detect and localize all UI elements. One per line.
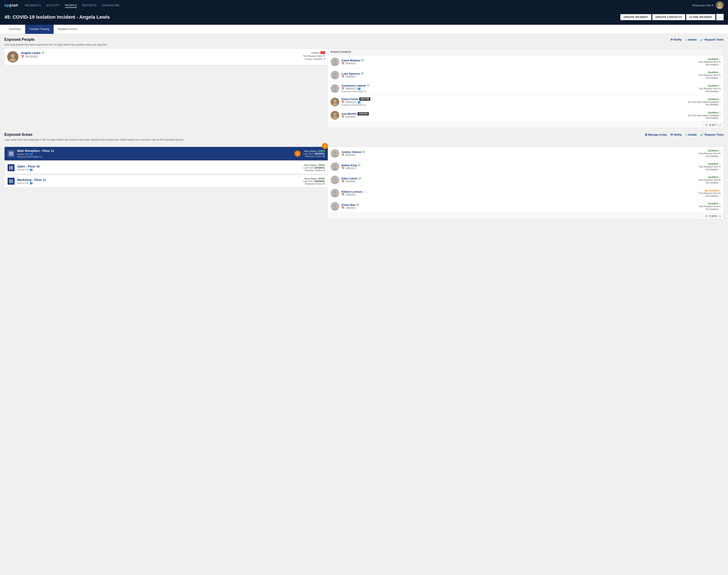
elena-name: Elena Fonda VISITOR <box>341 97 686 101</box>
area-main-reception[interactable]: Main Reception - Floor 11 Appian HQ 👥 Ex… <box>4 147 328 161</box>
page-header: 45: COVID-19 Isolation Incident - Angela… <box>0 10 728 25</box>
test-request-label: Test Request Sent <box>303 55 322 57</box>
tab-summary[interactable]: Summary <box>4 25 25 34</box>
khloe-name: Khloe Max 🛡 <box>341 203 697 207</box>
ava-avatar <box>331 111 339 120</box>
top-navigation: appian INCIDENTS ACTIVITY PEOPLE REPORTS… <box>0 0 728 10</box>
isolated-label: Isolated <box>311 52 320 54</box>
svg-point-5 <box>333 63 337 65</box>
notify-people-link[interactable]: ✉ Notify <box>670 38 682 41</box>
exposed-areas-actions: ⊞ Manage Areas ✉ Notify ⌂ Isolate 🧪 Requ… <box>645 133 724 136</box>
svg-point-4 <box>333 60 336 63</box>
request-tests-areas-link[interactable]: 🧪 Request Tests <box>700 133 724 136</box>
notify-areas-link[interactable]: ✉ Notify <box>670 133 682 136</box>
elena-date: 📅 10/6/2021 | 👥 <box>341 101 686 103</box>
area-icon-main-reception <box>8 150 14 157</box>
visitor-bailey[interactable]: Bailey King 🛡 📅 10/6/2021 Qualified ✓ Te… <box>328 160 723 173</box>
nav-configure[interactable]: CONFIGURE <box>102 3 120 8</box>
tab-related-actions[interactable]: Related Actions <box>54 25 82 34</box>
main-reception-status: Area Status: OPEN Last Visit: 10/6/2021 … <box>303 150 325 158</box>
nav-links: INCIDENTS ACTIVITY PEOPLE REPORTS CONFIG… <box>25 3 692 8</box>
last-page-visitors[interactable]: » <box>719 214 721 217</box>
home-icon: ⌂ <box>685 38 687 41</box>
bailey-status: Qualified ✓ Test Request Sent ↻ Not Noti… <box>699 163 721 171</box>
angela-date: 📅 10/12/2021 <box>21 55 325 58</box>
next-page-contacts[interactable]: › <box>718 124 719 127</box>
update-incident-button[interactable]: UPDATE INCIDENT <box>620 14 651 20</box>
andres-name: Andres Gideon 🛡 <box>341 150 697 154</box>
primary-person-panel: Angela Lewis 🛡 📅 10/12/2021 Isolated 🔴 <box>4 48 328 128</box>
andres-shield-icon: 🛡 <box>362 150 365 154</box>
exposed-areas-layout: Main Reception - Floor 11 Appian HQ 👥 Ex… <box>4 147 724 219</box>
prev-page-visitors[interactable]: ‹ <box>703 214 704 217</box>
test-tube-icon: 🧪 <box>700 38 704 41</box>
prev-page-contacts[interactable]: ‹ <box>703 124 704 127</box>
elliana-avatar <box>331 189 339 198</box>
tabs-bar: Summary Contact Tracing Related Actions <box>0 25 728 34</box>
nav-reports[interactable]: REPORTS <box>82 3 96 8</box>
svg-point-34 <box>333 181 337 183</box>
elliana-name: Elliana Lorenzo ◯ <box>341 190 697 193</box>
area-sales-floor10[interactable]: Sales - Floor 10 Appian HQ 👥 Area Status… <box>4 162 328 174</box>
svg-point-8 <box>333 86 336 89</box>
envelope-areas-icon: ✉ <box>670 133 673 136</box>
nav-incidents[interactable]: INCIDENTS <box>25 3 41 8</box>
exposed-areas-subtitle: Lists areas that were exposed in the 14 … <box>4 138 724 141</box>
exposed-people-title: Exposed People <box>4 37 34 42</box>
luka-info: Luka Spencer 🛡 📅 10/6/2021 <box>341 72 697 78</box>
area-marketing-floor11[interactable]: Marketing - Floor 11 Appian HQ 👥 Area St… <box>4 175 328 188</box>
visitor-khloe[interactable]: Khloe Max 🛡 📅 10/6/2021 Qualified ✓ Test… <box>328 200 723 213</box>
page-title: 45: COVID-19 Isolation Incident - Angela… <box>4 14 110 20</box>
sync-icon: ↻ <box>323 55 325 57</box>
angela-lewis-card[interactable]: Angela Lewis 🛡 📅 10/12/2021 Isolated 🔴 <box>4 48 328 65</box>
main-content: Exposed People ✉ Notify ⌂ Isolate 🧪 Requ… <box>0 34 728 227</box>
exposed-people-layout: Angela Lewis 🛡 📅 10/12/2021 Isolated 🔴 <box>4 48 724 128</box>
kaleb-status: Qualified ✓ Test Request Sent ↻ Not Noti… <box>699 58 721 66</box>
more-options-button[interactable]: ··· <box>716 14 724 21</box>
ava-name: Ava Morillo VISITOR <box>341 112 686 115</box>
contact-kaleb[interactable]: Kaleb Malakai 🛡 📅 10/8/2021 Qualified ✓ … <box>328 55 723 69</box>
visitor-andres[interactable]: Andres Gideon 🛡 📅 10/6/2021 Qualified ✓ … <box>328 147 723 160</box>
request-tests-people-link[interactable]: 🧪 Request Tests <box>700 38 724 41</box>
visitor-elliana[interactable]: Elliana Lorenzo ◯ 📅 10/6/2021 Not Qualif… <box>328 187 723 200</box>
nav-people[interactable]: PEOPLE <box>65 3 77 8</box>
visitor-eden[interactable]: Eden Calvin 🛡 📅 10/6/2021 Qualified ✓ Te… <box>328 173 723 187</box>
svg-point-7 <box>333 76 337 78</box>
isolate-areas-link[interactable]: ⌂ Isolate <box>685 133 697 136</box>
update-contacts-button[interactable]: UPDATE CONTACTS <box>652 14 685 20</box>
isolate-people-link[interactable]: ⌂ Isolate <box>685 38 697 41</box>
main-reception-name: Main Reception - Floor 11 <box>17 149 292 153</box>
manage-areas-link[interactable]: ⊞ Manage Areas <box>645 133 667 136</box>
khloe-shield-icon: 🛡 <box>356 204 359 207</box>
eden-shield-icon: 🛡 <box>359 177 361 180</box>
close-incident-button[interactable]: CLOSE INCIDENT <box>686 14 716 20</box>
luka-date: 📅 10/6/2021 <box>341 75 697 78</box>
eden-info: Eden Calvin 🛡 📅 10/6/2021 <box>341 177 697 183</box>
shield-green-icon: 🛡 <box>42 52 44 55</box>
svg-point-36 <box>333 194 337 197</box>
svg-point-1 <box>717 6 722 8</box>
contact-luka[interactable]: Luka Spencer 🛡 📅 10/6/2021 Qualified ✓ T… <box>328 69 723 82</box>
svg-point-37 <box>333 204 336 207</box>
hub-label[interactable]: Response Hub ▾ <box>692 4 713 7</box>
angela-info: Angela Lewis 🛡 📅 10/12/2021 <box>21 51 325 63</box>
contact-anastasia[interactable]: Anastasia Legend 🛡 📅 10/6/2021 | 👥 Expos… <box>328 82 723 95</box>
tab-contact-tracing[interactable]: Contact Tracing <box>25 25 54 34</box>
angela-avatar <box>7 51 19 63</box>
area-icon-marketing <box>8 178 14 184</box>
exposed-areas-section: Exposed Areas ⊞ Manage Areas ✉ Notify ⌂ … <box>4 132 724 219</box>
svg-point-31 <box>333 164 336 167</box>
test-areas-icon: 🧪 <box>700 133 704 136</box>
anastasia-name: Anastasia Legend 🛡 <box>341 84 697 87</box>
anastasia-status: Qualified ✓ Test Request Sent ↻ Not Noti… <box>699 84 721 93</box>
svg-rect-14 <box>9 152 13 155</box>
svg-point-33 <box>333 177 336 180</box>
nav-activity[interactable]: ACTIVITY <box>46 3 60 8</box>
appian-logo: appian <box>4 3 18 8</box>
contacts-pagination: ‹ 1 - 5 of 7 › » <box>328 122 723 128</box>
user-avatar[interactable] <box>716 1 724 9</box>
contact-elena[interactable]: Elena Fonda VISITOR 📅 10/6/2021 | 👥 Expo… <box>328 95 723 109</box>
next-page-visitors[interactable]: › <box>718 214 719 217</box>
contact-ava[interactable]: Ava Morillo VISITOR 📅 10/4/2021 Qualifie… <box>328 109 723 122</box>
last-page-contacts[interactable]: » <box>719 124 721 127</box>
